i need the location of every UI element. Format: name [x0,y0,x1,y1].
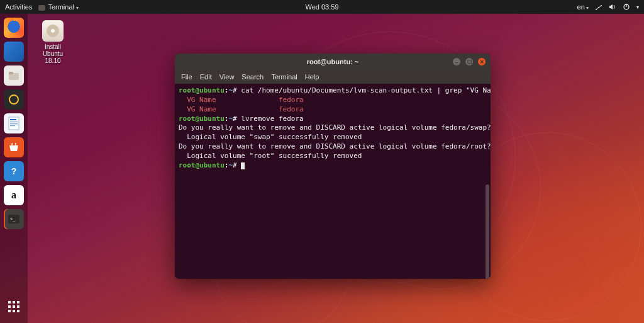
output-line: Do you really want to remove and DISCARD… [179,142,491,150]
output-line: Do you really want to remove and DISCARD… [179,123,491,132]
window-title: root@ubuntu: ~ [307,58,359,65]
top-bar: Activities Terminal Wed 03:59 en ▾ [0,0,644,14]
dock-thunderbird[interactable] [4,42,24,62]
terminal-body[interactable]: root@ubuntu:~# cat /home/ubuntu/Document… [175,84,491,279]
dock-ubuntu-software[interactable] [4,137,24,157]
cursor [241,162,245,169]
desktop-icon-install-ubuntu[interactable]: Install Ubuntu 18.10 [33,20,73,64]
menu-terminal[interactable]: Terminal [271,73,297,81]
power-icon[interactable] [623,3,630,11]
network-icon[interactable] [595,3,602,11]
window-minimize-button[interactable]: – [453,58,460,65]
svg-rect-6 [9,72,13,74]
terminal-scrollbar[interactable] [486,184,489,279]
svg-text:>_: >_ [10,217,16,222]
svg-rect-9 [10,122,18,122]
show-applications-button[interactable] [4,297,24,317]
dock-rhythmbox[interactable] [4,89,24,110]
svg-rect-8 [10,119,16,120]
cd-icon [42,20,64,42]
menu-view[interactable]: View [219,73,235,81]
window-maximize-button[interactable]: ☐ [465,58,473,65]
menu-file[interactable]: File [181,73,192,81]
prompt-user: root@ubuntu [179,161,225,169]
prompt-user: root@ubuntu [179,115,225,123]
system-menu-caret[interactable]: ▾ [636,4,639,10]
prompt-user: root@ubuntu [179,86,225,94]
terminal-icon [38,5,45,11]
window-close-button[interactable]: ✕ [478,58,486,65]
output-vg-1: VG Name fedora [179,96,304,104]
svg-rect-11 [10,125,15,126]
dock-libreoffice-writer[interactable] [4,113,24,133]
menu-help[interactable]: Help [305,73,319,81]
app-menu[interactable]: Terminal [38,3,79,11]
dock-help[interactable]: ? [4,161,24,181]
cmd-2: # lvremove fedora [233,115,304,123]
cmd-1: # cat /home/ubuntu/Documents/lvm-scan-ou… [233,86,491,94]
cmd-3: # [233,161,241,169]
clock[interactable]: Wed 03:59 [305,3,338,11]
dock-terminal[interactable]: >_ [4,209,24,229]
dock: ? a >_ [0,14,28,323]
activities-button[interactable]: Activities [5,3,32,11]
volume-icon[interactable] [609,3,616,11]
desktop-icon-label: Install Ubuntu 18.10 [33,43,73,64]
output-line: Logical volume "root" successfully remov… [179,152,362,160]
dock-files[interactable] [4,65,24,86]
svg-rect-10 [10,123,18,124]
app-menu-label: Terminal [48,3,74,11]
terminal-menubar: File Edit View Search Terminal Help [175,70,491,84]
output-line: Logical volume "swap" successfully remov… [179,133,362,141]
window-titlebar[interactable]: root@ubuntu: ~ – ☐ ✕ [175,54,491,70]
dock-amazon[interactable]: a [4,185,24,205]
menu-search[interactable]: Search [242,73,264,81]
input-source-indicator[interactable]: en [577,3,589,11]
terminal-window: root@ubuntu: ~ – ☐ ✕ File Edit View Sear… [175,54,491,279]
menu-edit[interactable]: Edit [200,73,212,81]
output-vg-2: VG Name fedora [179,105,304,113]
dock-firefox[interactable] [4,18,24,38]
